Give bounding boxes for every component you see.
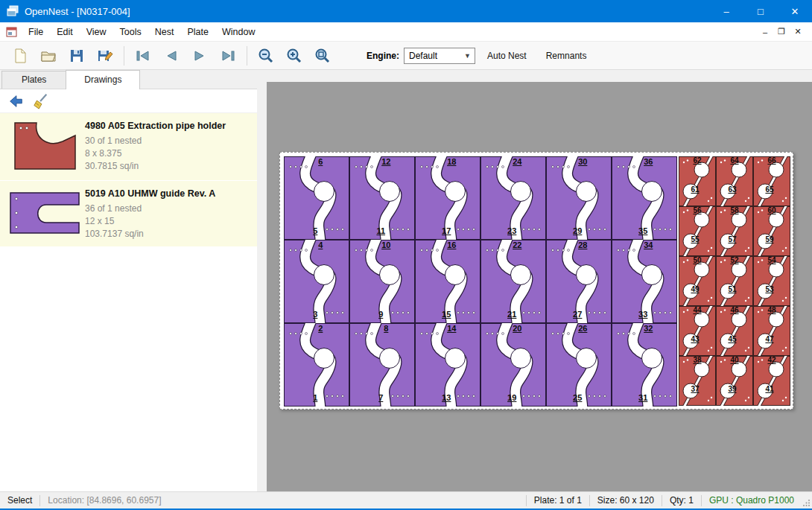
nested-part-pair[interactable]: 3433 bbox=[612, 240, 677, 323]
nested-part-pair[interactable]: 2019 bbox=[480, 323, 546, 407]
part-number: 36 bbox=[644, 157, 653, 166]
zoom-fit-button[interactable] bbox=[308, 44, 337, 68]
minimize-button[interactable]: – bbox=[709, 0, 743, 22]
part-thumbnail-purple bbox=[4, 185, 85, 240]
nested-part-pair[interactable]: 2221 bbox=[480, 240, 546, 323]
remnants-button[interactable]: Remnants bbox=[539, 46, 594, 66]
nested-part-pair[interactable]: 6463 bbox=[716, 156, 753, 206]
part-number: 48 bbox=[767, 306, 775, 314]
menu-view[interactable]: View bbox=[80, 24, 113, 40]
plate[interactable]: 6512111817242330293635431091615222128273… bbox=[279, 152, 793, 409]
nested-part-pair[interactable]: 2827 bbox=[546, 240, 612, 323]
resize-grip-icon[interactable] bbox=[802, 492, 812, 509]
purple-grid: 6512111817242330293635431091615222128273… bbox=[284, 156, 677, 407]
window-controls: – □ ✕ bbox=[709, 0, 812, 22]
part-number: 10 bbox=[381, 240, 390, 249]
return-part-button[interactable] bbox=[3, 91, 28, 112]
nested-part-pair[interactable]: 2625 bbox=[546, 323, 612, 407]
next-arrow-icon bbox=[191, 47, 209, 65]
nested-part-pair[interactable]: 5453 bbox=[753, 256, 790, 306]
nested-part-pair[interactable]: 4241 bbox=[753, 356, 790, 406]
new-file-button[interactable] bbox=[6, 44, 34, 68]
nested-part-pair[interactable]: 2423 bbox=[480, 156, 546, 240]
part-number: 9 bbox=[378, 310, 383, 319]
engine-label: Engine: bbox=[367, 51, 399, 61]
nested-part-pair[interactable]: 5857 bbox=[716, 206, 753, 256]
nested-part-pair[interactable]: 4443 bbox=[679, 306, 716, 356]
part-area: 103.7137 sq/in bbox=[85, 228, 215, 240]
nested-part-pair[interactable]: 3837 bbox=[679, 356, 716, 406]
nested-part-pair[interactable]: 87 bbox=[349, 323, 415, 407]
tab-plates[interactable]: Plates bbox=[1, 71, 66, 89]
menu-nest[interactable]: Nest bbox=[148, 24, 181, 40]
part-number: 45 bbox=[728, 335, 736, 343]
part-number: 37 bbox=[691, 385, 699, 393]
blue-arrow-left-icon bbox=[7, 93, 24, 109]
nested-part-pair[interactable]: 3231 bbox=[612, 323, 677, 407]
next-plate-button[interactable] bbox=[185, 44, 214, 68]
last-plate-button[interactable] bbox=[214, 44, 242, 68]
part-number: 54 bbox=[767, 256, 775, 264]
part-number: 19 bbox=[507, 393, 516, 402]
nested-part-pair[interactable]: 1817 bbox=[415, 156, 480, 240]
menu-window[interactable]: Window bbox=[215, 24, 261, 40]
part-list-item[interactable]: 5019 A10 UHMW guide Rev. A 36 of 1 neste… bbox=[0, 181, 257, 247]
part-thumbnail-red bbox=[4, 118, 85, 174]
close-button[interactable]: ✕ bbox=[778, 0, 812, 22]
menu-plate[interactable]: Plate bbox=[180, 24, 215, 40]
nested-part-pair[interactable]: 6665 bbox=[753, 156, 790, 206]
nested-part-pair[interactable]: 43 bbox=[284, 240, 349, 323]
nested-part-pair[interactable]: 4039 bbox=[716, 356, 753, 406]
zoom-in-button[interactable] bbox=[280, 44, 308, 68]
maximize-button[interactable]: □ bbox=[743, 0, 778, 22]
zoom-out-button[interactable] bbox=[252, 44, 280, 68]
nested-part-pair[interactable]: 4847 bbox=[753, 306, 790, 356]
part-list-item[interactable]: 4980 A05 Extraction pipe holder 30 of 1 … bbox=[0, 113, 257, 181]
auto-nest-button[interactable]: Auto Nest bbox=[480, 46, 534, 66]
nested-part-pair[interactable]: 5251 bbox=[716, 256, 753, 306]
nested-part-pair[interactable]: 1211 bbox=[349, 156, 415, 240]
nested-part-pair[interactable]: 5049 bbox=[679, 256, 716, 306]
nested-part-pair[interactable]: 6261 bbox=[679, 156, 716, 206]
mdi-restore-button[interactable]: ❐ bbox=[773, 27, 790, 36]
chevron-down-icon: ▼ bbox=[460, 52, 475, 60]
nested-part-pair[interactable]: 109 bbox=[349, 240, 415, 323]
nested-part-pair[interactable]: 3635 bbox=[612, 156, 677, 240]
part-number: 58 bbox=[730, 206, 738, 214]
app-window: OpenNest - [N0317-004] – □ ✕ File Edit V… bbox=[0, 0, 812, 510]
nested-part-pair[interactable]: 21 bbox=[284, 323, 349, 407]
nest-canvas[interactable]: 6512111817242330293635431091615222128273… bbox=[267, 82, 812, 491]
nested-part-pair[interactable]: 3029 bbox=[546, 156, 612, 240]
first-plate-button[interactable] bbox=[129, 44, 157, 68]
clear-parts-button[interactable] bbox=[28, 91, 54, 112]
previous-plate-button[interactable] bbox=[157, 44, 185, 68]
nested-part-pair[interactable]: 1413 bbox=[415, 323, 480, 407]
part-number: 11 bbox=[376, 226, 385, 235]
last-arrow-icon bbox=[219, 47, 237, 65]
nested-part-pair[interactable]: 4645 bbox=[716, 306, 753, 356]
status-qty: Qty: 1 bbox=[662, 495, 701, 506]
mdi-close-button[interactable]: ✕ bbox=[790, 27, 806, 36]
save-as-button[interactable] bbox=[91, 44, 119, 68]
engine-select[interactable]: Default ▼ bbox=[404, 48, 475, 64]
menu-edit[interactable]: Edit bbox=[50, 24, 80, 40]
status-bar: Select Location: [84.8696, 60.6957] Plat… bbox=[0, 491, 812, 509]
mdi-minimize-button[interactable]: – bbox=[757, 28, 773, 36]
nested-part-pair[interactable]: 6059 bbox=[753, 206, 790, 256]
nested-part-pair[interactable]: 1615 bbox=[415, 240, 480, 323]
document-icon bbox=[6, 27, 17, 37]
parts-panel: Plates Drawings bbox=[0, 70, 257, 491]
part-number: 44 bbox=[693, 306, 701, 314]
nested-part-pair[interactable]: 5655 bbox=[679, 206, 716, 256]
tab-drawings[interactable]: Drawings bbox=[66, 70, 140, 89]
part-size: 12 x 15 bbox=[85, 215, 215, 228]
nested-part-pair[interactable]: 65 bbox=[284, 156, 349, 240]
broom-icon bbox=[33, 93, 49, 109]
menu-file[interactable]: File bbox=[22, 24, 50, 40]
part-number: 61 bbox=[691, 185, 699, 194]
save-button[interactable] bbox=[63, 44, 91, 68]
save-icon bbox=[68, 47, 86, 65]
open-file-button[interactable] bbox=[34, 44, 63, 68]
part-number: 59 bbox=[765, 235, 773, 243]
menu-tools[interactable]: Tools bbox=[113, 24, 148, 40]
